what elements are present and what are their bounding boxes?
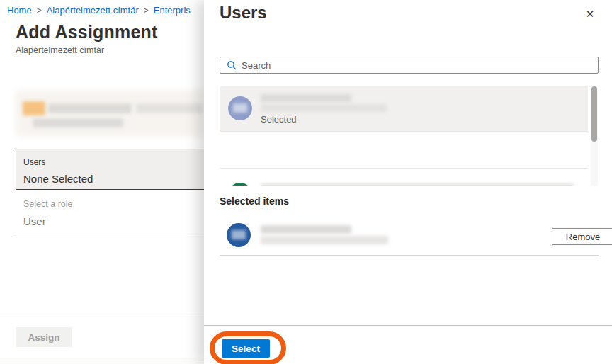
user-list: Selected [220,86,588,186]
redacted-user-upn [261,104,387,112]
panel-footer-divider [204,325,612,326]
search-input[interactable] [242,57,598,73]
redacted-user-name [261,94,351,102]
breadcrumb-separator: > [37,6,42,16]
page-title: Add Assignment [16,22,158,42]
selected-row-divider [220,255,599,256]
panel-title: Users [220,3,267,23]
close-icon[interactable]: ✕ [582,6,599,23]
search-icon [227,60,237,70]
redacted-user-name [261,225,351,234]
breadcrumb-home-link[interactable]: Home [7,5,32,16]
users-picker-field[interactable]: Users None Selected [16,149,224,190]
page-subtitle: Alapértelmezett címtár [16,45,104,55]
selected-status-label: Selected [261,114,297,125]
redacted-user-upn [261,236,388,244]
user-list-item-selected[interactable]: Selected [220,86,588,131]
footer-divider [0,314,204,314]
role-field-value: User [23,215,46,227]
scrollbar-track[interactable] [591,86,598,186]
page-bottom-strip [0,358,204,364]
breadcrumb-separator: > [144,6,149,16]
users-field-label: Users [23,157,45,167]
user-list-item[interactable] [220,132,588,168]
selected-items-heading: Selected items [220,195,289,207]
users-panel: Users ✕ Selected Selected items [204,0,612,364]
remove-button[interactable]: Remove [552,228,612,245]
scrollbar-thumb[interactable] [591,86,597,142]
select-button[interactable]: Select [222,339,270,358]
selected-user-avatar [227,223,251,247]
users-field-value: None Selected [23,173,93,185]
breadcrumb: Home>Alapértelmezett címtár>Enterpris [7,5,191,16]
role-field-label: Select a role [23,199,72,209]
breadcrumb-enterprise-link[interactable]: Enterpris [154,5,191,16]
viewport-bottom-edge [0,358,276,358]
redacted-app-icon [23,101,45,115]
role-select-field[interactable]: Select a role User [16,191,224,234]
user-avatar [228,96,252,120]
search-box[interactable] [220,57,599,74]
user-list-item[interactable] [220,169,588,186]
breadcrumb-directory-link[interactable]: Alapértelmezett címtár [47,5,139,16]
assign-button[interactable]: Assign [16,327,72,347]
selected-item-row: Remove [220,218,599,255]
